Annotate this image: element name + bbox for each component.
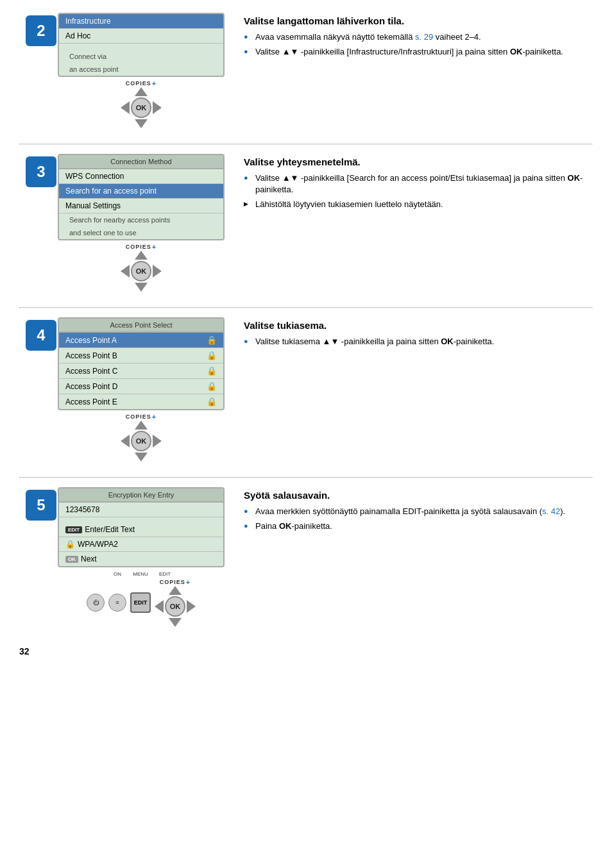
lcd-ap-b: Access Point B 🔒 [59, 348, 223, 363]
lcd-connection-method-header: Connection Method [59, 155, 223, 169]
lcd-access-point: an access point [59, 63, 223, 76]
dpad-down-3[interactable] [135, 283, 148, 292]
ok-button-5[interactable]: OK [165, 596, 185, 617]
on-button[interactable]: ⏻ [87, 594, 105, 612]
step-2-title: Valitse langattoman lähiverkon tila. [244, 15, 593, 26]
dpad-up-2[interactable] [135, 87, 148, 96]
lcd-ap-select-header: Access Point Select [59, 319, 223, 333]
step-number-col-3: 3 [19, 154, 58, 192]
step-number-col-4: 4 [19, 317, 58, 356]
lcd-ap-c: Access Point C 🔒 [59, 363, 223, 379]
lcd-wpa-row: 🔒 WPA/WPA2 [59, 537, 223, 552]
ok-button-2[interactable]: OK [131, 97, 151, 118]
dpad-left-3[interactable] [121, 265, 130, 278]
step-5-left: 5 Encryption Key Entry 12345678 EDIT Ent… [19, 487, 225, 627]
ok-button-3[interactable]: OK [131, 261, 151, 281]
step-badge-3: 3 [26, 156, 56, 187]
dpad-5-wrap: COPIES+ OK [155, 578, 196, 627]
menu-label: MENU [132, 571, 149, 577]
lock-icon-b: 🔒 [207, 351, 217, 360]
dpad-up-5[interactable] [169, 586, 182, 595]
dpad-down-5[interactable] [169, 618, 182, 627]
lock-icon-a: 🔒 [207, 335, 217, 345]
step-5-link[interactable]: s. 42 [542, 506, 560, 516]
dpad-left-2[interactable] [121, 101, 130, 114]
dpad-right-2[interactable] [153, 101, 162, 114]
step-4-bullet-1: Valitse tukiasema ▲▼ -painikkeilla ja pa… [244, 336, 593, 347]
step-3-left: 3 Connection Method WPS Connection Searc… [19, 154, 225, 292]
step-5-row: 5 Encryption Key Entry 12345678 EDIT Ent… [19, 487, 593, 627]
page-number: 32 [19, 646, 30, 656]
step-2-right: Valitse langattoman lähiverkon tila. Ava… [244, 13, 593, 62]
step-2-link[interactable]: s. 29 [415, 32, 433, 42]
copies-label-2: COPIES+ [126, 79, 157, 87]
step-3-right: Valitse yhteysmenetelmä. Valitse ▲▼ -pai… [244, 154, 593, 215]
lcd-enc-value: 12345678 [59, 503, 223, 517]
step-3-bullet-1: Valitse ▲▼ -painikkeilla [Search for an … [244, 172, 593, 196]
lcd-ap-d: Access Point D 🔒 [59, 379, 223, 394]
dpad-left-4[interactable] [121, 435, 130, 447]
menu-button[interactable]: ≡ [108, 594, 126, 612]
step-number-col-5: 5 [19, 487, 58, 526]
separator-3-4 [19, 307, 593, 308]
lcd-wps: WPS Connection [59, 169, 223, 184]
lcd-ap-a: Access Point A 🔒 [59, 333, 223, 348]
on-label: ON [108, 571, 126, 577]
step-2-bullet-1: Avaa vasemmalla näkyvä näyttö tekemällä … [244, 31, 593, 43]
step-4-left: 4 Access Point Select Access Point A 🔒 A… [19, 317, 225, 462]
lcd-connect-via: Connect via [59, 50, 223, 63]
dpad-right-5[interactable] [187, 600, 196, 613]
lock-icon-c: 🔒 [207, 366, 217, 376]
separator-4-5 [19, 477, 593, 478]
step-5-content: Encryption Key Entry 12345678 EDIT Enter… [58, 487, 225, 627]
edit-label: EDIT [155, 571, 175, 577]
step-2-bullet-2: Valitse ▲▼ -painikkeilla [Infrastructure… [244, 46, 593, 58]
lcd-ap-e: Access Point E 🔒 [59, 394, 223, 409]
edit-button[interactable]: EDIT [130, 592, 151, 613]
lcd-row-infrastructure: Infrastructure [59, 14, 223, 29]
lcd-panel-4: Access Point Select Access Point A 🔒 Acc… [58, 317, 225, 410]
copies-label-3: COPIES+ [126, 243, 157, 251]
step-number-col-2: 2 [19, 13, 58, 51]
page-number-wrap: 32 [19, 646, 593, 656]
lcd-enc-spacer [59, 517, 223, 522]
copies-label-4: COPIES+ [126, 413, 157, 421]
separator-2-3 [19, 144, 593, 145]
ok-badge: OK [65, 556, 78, 563]
dpad-right-3[interactable] [153, 265, 162, 278]
dpad-row-3: OK [121, 261, 162, 281]
controller-4: COPIES+ OK [121, 413, 162, 462]
step-4-right: Valitse tukiasema. Valitse tukiasema ▲▼ … [244, 317, 593, 351]
step-3-title: Valitse yhteysmenetelmä. [244, 156, 593, 167]
dpad-down-2[interactable] [135, 119, 148, 128]
step-3-bullet-2: Lähistöltä löytyvien tukiasemien luettel… [244, 199, 593, 210]
dpad-right-4[interactable] [153, 435, 162, 447]
ctrl-labels-5: ON MENU EDIT [108, 571, 175, 577]
dpad-left-5[interactable] [155, 600, 164, 613]
lcd-panel-3: Connection Method WPS Connection Search … [58, 154, 225, 240]
step-4-bullets: Valitse tukiasema ▲▼ -painikkeilla ja pa… [244, 336, 593, 347]
dpad-row-4: OK [121, 431, 162, 451]
step-3-bullets: Valitse ▲▼ -painikkeilla [Search for an … [244, 172, 593, 211]
step-4-row: 4 Access Point Select Access Point A 🔒 A… [19, 317, 593, 462]
lcd-edit-row: EDIT Enter/Edit Text [59, 522, 223, 537]
controller-5-buttons: ⏻ ≡ EDIT COPIES+ [87, 578, 196, 627]
step-5-bullet-1: Avaa merkkien syöttönäyttö painamalla ED… [244, 506, 593, 517]
controller-2: COPIES+ OK [121, 79, 162, 128]
ok-button-4[interactable]: OK [131, 431, 151, 451]
lock-icon-d: 🔒 [207, 381, 217, 391]
dpad-up-4[interactable] [135, 421, 148, 430]
lock-icon-wpa: 🔒 [65, 540, 75, 549]
step-3-content: Connection Method WPS Connection Search … [58, 154, 225, 292]
step-4-content: Access Point Select Access Point A 🔒 Acc… [58, 317, 225, 462]
dpad-5: OK [155, 586, 196, 627]
dpad-up-3[interactable] [135, 251, 148, 260]
step-2-content: Infrastructure Ad Hoc Connect via an acc… [58, 13, 225, 128]
step-5-right: Syötä salausavain. Avaa merkkien syöttön… [244, 487, 593, 536]
step-2-bullets: Avaa vasemmalla näkyvä näyttö tekemällä … [244, 31, 593, 58]
dpad-down-4[interactable] [135, 453, 148, 462]
step-badge-4: 4 [26, 320, 56, 351]
step-5-bullets: Avaa merkkien syöttönäyttö painamalla ED… [244, 506, 593, 532]
copies-label-5: COPIES+ [160, 578, 191, 586]
step-2-row: 2 Infrastructure Ad Hoc Connect via an a… [19, 13, 593, 128]
